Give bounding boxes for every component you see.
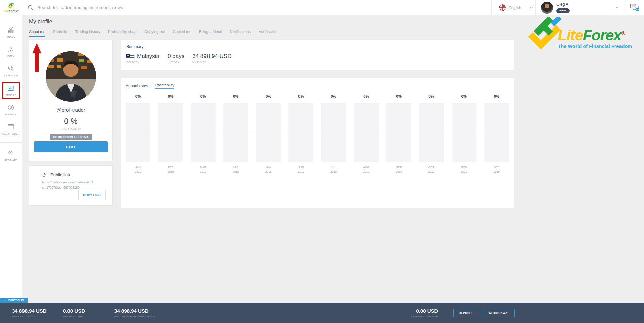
logo-trademark-dot <box>17 10 18 11</box>
sidebar: TRADECOPYANALYTICSPROFILE$FINANCEMETATRA… <box>0 15 22 303</box>
language-label: English <box>509 6 521 10</box>
sidebar-item-copy[interactable]: COPY <box>1 43 21 60</box>
tab-verification[interactable]: Verification <box>259 30 277 37</box>
tab-notifications[interactable]: Notifications <box>230 30 251 37</box>
language-selector[interactable]: English <box>491 0 535 15</box>
sidebar-item-finance[interactable]: $FINANCE <box>1 101 21 118</box>
chat-count-badge: 44 <box>636 8 639 11</box>
month-axis-label: JUN2019 <box>298 165 304 174</box>
user-avatar <box>541 2 553 14</box>
month-axis-label: AUG2019 <box>363 165 369 174</box>
bar <box>419 103 444 162</box>
bar-value-label: 0% <box>135 94 141 100</box>
copy-link-button[interactable]: COPY LINK <box>78 190 106 200</box>
tab-profitability-chart[interactable]: Profitability chart <box>108 30 137 37</box>
month-axis-label: APR2019 <box>233 165 239 174</box>
month-axis-label: MAY2019 <box>265 165 272 174</box>
current-change-stat: 0.00 USD CURRENT CHANGE <box>411 308 438 318</box>
bar <box>452 103 476 162</box>
chart-column-apr-2019: 0%APR2019 <box>223 94 248 174</box>
tab-bring-a-friend[interactable]: Bring a friend <box>199 30 222 37</box>
profile-tabs: About mePortfolioTrading historyProfitab… <box>29 30 644 37</box>
link-icon <box>42 172 47 177</box>
trade-icon <box>7 26 15 34</box>
month-axis-label: OCT2019 <box>428 165 434 174</box>
bar <box>386 103 411 162</box>
bar <box>223 103 248 162</box>
chart-column-nov-2019: 0%NOV2019 <box>452 94 476 174</box>
sidebar-item-label: METATRADER <box>2 132 19 136</box>
sidebar-item-affiliate[interactable]: AFFILIATE <box>1 147 21 164</box>
annual-rates-label: Annual rates: <box>126 84 149 88</box>
sidebar-item-analytics[interactable]: ANALYTICS <box>1 62 21 79</box>
chart-column-sep-2019: 0%SEP2019 <box>386 94 411 174</box>
sidebar-item-label: COPY <box>7 55 14 58</box>
sidebar-item-trade[interactable]: TRADE <box>1 23 21 41</box>
bar <box>256 103 281 162</box>
chart-column-jul-2019: 0%JUL2019 <box>321 94 346 174</box>
trader-username: @prof-trader <box>56 107 85 113</box>
tab-about-me[interactable]: About me <box>29 30 45 37</box>
sidebar-item-metatrader[interactable]: METATRADER <box>1 121 21 138</box>
bar <box>484 103 509 162</box>
chart-column-feb-2019: 0%FEB2019 <box>158 94 183 174</box>
sidebar-item-label: ANALYTICS <box>4 74 18 77</box>
profitability-chart: 0%JAN20190%FEB20190%MAR20190%APR20190%MA… <box>126 94 509 174</box>
chart-column-jun-2019: 0%JUN2019 <box>288 94 313 174</box>
bar <box>191 103 216 162</box>
chat-button[interactable]: 44 <box>625 0 644 15</box>
summary-history: 0 days HISTORY <box>168 53 184 64</box>
portfolio-stat-assets-used: 0.00 USDASSETS USED <box>63 308 100 318</box>
bar-value-label: 0% <box>494 94 500 100</box>
search-input[interactable] <box>37 5 252 10</box>
profitability-link[interactable]: Profitability <box>155 83 174 89</box>
search-icon <box>28 5 33 10</box>
portfolio-bottom-bar: 34 898.94 USDASSETS, TOTAL0.00 USDASSETS… <box>0 303 644 323</box>
portfolio-stat-available-for-operations: 34 898.94 USDAVAILABLE FOR OPERATIONS <box>114 308 155 318</box>
bar-value-label: 0% <box>428 94 434 100</box>
chevron-up-icon <box>4 299 6 301</box>
malaysia-flag-icon <box>126 54 134 59</box>
user-name: Oleg A <box>556 2 570 7</box>
finance-icon: $ <box>7 104 15 111</box>
month-axis-label: NOV2019 <box>461 165 467 174</box>
deposit-button[interactable]: DEPOSIT <box>453 309 477 317</box>
chart-column-mar-2019: 0%MAR2019 <box>191 94 216 174</box>
bar-value-label: 0% <box>331 94 336 100</box>
chart-column-aug-2019: 0%AUG2019 <box>354 94 379 174</box>
chart-column-may-2019: 0%MAY2019 <box>256 94 281 174</box>
edit-button[interactable]: EDIT <box>34 141 108 152</box>
summary-card: Summary Malaysia COUNTRY 0 days HISTORY <box>121 40 514 70</box>
tab-trading-history[interactable]: Trading history <box>75 30 100 37</box>
portfolio-panel-toggle[interactable]: PORTFOLIO <box>0 298 28 303</box>
public-link-title: Public link <box>50 172 70 177</box>
sidebar-item-label: TRADE <box>7 35 15 38</box>
bar <box>158 103 183 162</box>
tab-copied-me[interactable]: Copied me <box>173 30 191 37</box>
summary-title: Summary <box>126 44 508 49</box>
user-menu[interactable]: Oleg A REAL <box>535 0 625 15</box>
month-axis-label: SEP2019 <box>396 165 402 174</box>
month-axis-label: DEC2019 <box>493 165 500 174</box>
bar-value-label: 0% <box>363 94 369 100</box>
bar-value-label: 0% <box>298 94 304 100</box>
bar <box>288 103 313 162</box>
sidebar-item-label: AFFILIATE <box>5 159 17 162</box>
affiliate-icon <box>7 149 15 157</box>
commission-fees-badge: COMMISSION FEES 25% <box>50 134 92 140</box>
metatrader-icon <box>7 123 15 131</box>
profitability-label: PROFITABILITY <box>61 127 81 130</box>
search-bar <box>22 0 491 15</box>
account-type-badge: REAL <box>556 8 570 13</box>
withdrawal-button[interactable]: WITHDRAWAL <box>483 309 515 317</box>
bar <box>354 103 379 162</box>
month-axis-label: JAN2019 <box>135 165 141 174</box>
app-logo[interactable]: LiteForex <box>0 0 22 15</box>
month-axis-label: FEB2019 <box>168 165 174 174</box>
chat-icon: 44 <box>630 4 639 12</box>
tab-copying-me[interactable]: Copying me <box>144 30 165 37</box>
chart-zero-line <box>126 132 509 132</box>
tab-portfolio[interactable]: Portfolio <box>53 30 67 37</box>
sidebar-divider <box>0 142 22 143</box>
sidebar-item-profile[interactable]: PROFILE <box>2 82 20 99</box>
